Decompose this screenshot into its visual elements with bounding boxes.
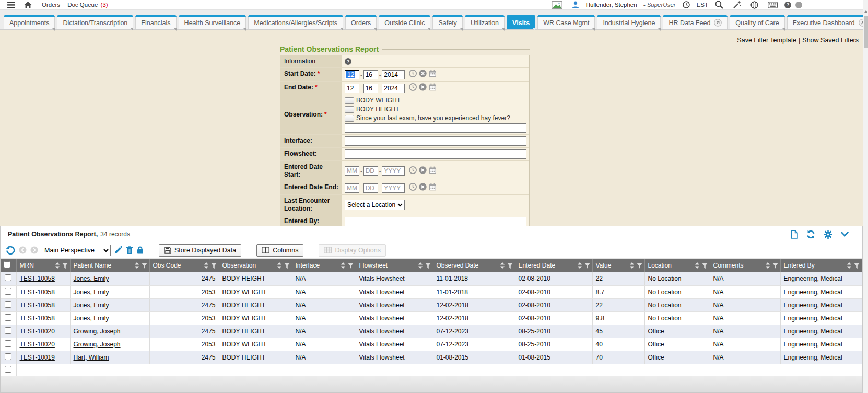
delete-perspective-trash-icon[interactable] xyxy=(126,246,133,254)
tab[interactable]: Quality of Care xyxy=(730,15,784,29)
calendar-icon[interactable] xyxy=(429,83,437,93)
clear-date-icon[interactable] xyxy=(419,70,427,79)
tab[interactable]: Health Surveillance xyxy=(179,15,247,29)
patient-name-link[interactable]: Jones, Emily xyxy=(74,302,109,309)
entered-date-end-year-input[interactable] xyxy=(382,183,405,193)
calendar-icon[interactable] xyxy=(429,183,437,193)
entered-date-end-month-input[interactable] xyxy=(345,183,359,193)
col-header-entered-by[interactable]: Entered By xyxy=(780,259,862,272)
clear-date-icon[interactable] xyxy=(419,183,427,193)
col-header-obs-code[interactable]: Obs Code xyxy=(149,259,219,272)
calendar-icon[interactable] xyxy=(429,70,437,79)
col-header-value[interactable]: Value xyxy=(592,259,644,272)
calendar-icon[interactable] xyxy=(429,166,437,176)
time-picker-icon[interactable] xyxy=(409,70,417,79)
scrollbar-thumb[interactable] xyxy=(864,16,868,48)
clock-icon[interactable] xyxy=(683,1,690,8)
tab[interactable]: Appointments xyxy=(4,15,55,29)
remove-observation-button[interactable]: − xyxy=(345,97,354,104)
tab[interactable]: Safety xyxy=(432,15,462,29)
store-displayed-data-button[interactable]: Store Displayed Data xyxy=(159,244,241,257)
remove-observation-button[interactable]: − xyxy=(345,106,354,113)
gear-icon[interactable] xyxy=(824,230,832,239)
save-filter-template-link[interactable]: Save Filter Template xyxy=(737,37,796,44)
observation-search-input[interactable] xyxy=(345,123,526,133)
menu-item-doc-queue[interactable]: Doc Queue (3) xyxy=(67,2,108,8)
flowsheet-input[interactable] xyxy=(345,149,526,159)
mrn-link[interactable]: TEST-10058 xyxy=(20,275,55,282)
tab[interactable]: Orders xyxy=(345,15,377,29)
clear-date-icon[interactable] xyxy=(419,83,427,93)
col-header-patient-name[interactable]: Patient Name xyxy=(70,259,149,272)
user-name[interactable]: Hullender, Stephen xyxy=(586,2,637,8)
search-icon[interactable] xyxy=(715,1,723,9)
row-checkbox[interactable] xyxy=(5,314,11,321)
vertical-scrollbar[interactable] xyxy=(863,0,868,393)
globe-icon[interactable] xyxy=(750,1,758,9)
home-icon[interactable] xyxy=(24,2,32,8)
collapse-panel-chevron-icon[interactable] xyxy=(841,232,849,237)
row-checkbox[interactable] xyxy=(5,274,11,281)
time-picker-icon[interactable] xyxy=(409,166,417,176)
entered-date-start-year-input[interactable] xyxy=(382,166,405,176)
information-help-icon[interactable]: ? xyxy=(345,58,351,65)
col-header-mrn[interactable]: MRN xyxy=(16,259,70,272)
col-header-location[interactable]: Location xyxy=(644,259,710,272)
select-all-checkbox[interactable] xyxy=(4,261,10,268)
user-icon[interactable] xyxy=(572,1,579,8)
help-icon[interactable]: ? xyxy=(784,2,791,8)
entered-by-input[interactable] xyxy=(345,217,526,226)
col-header-observation[interactable]: Observation xyxy=(219,259,292,272)
patient-name-link[interactable]: Hart, William xyxy=(74,354,109,361)
image-thumbnail-icon[interactable] xyxy=(552,1,562,9)
tab[interactable]: HR Data Feed xyxy=(663,15,728,29)
tab[interactable]: Executive Dashboard xyxy=(787,15,868,29)
mrn-link[interactable]: TEST-10020 xyxy=(20,328,55,335)
last-encounter-location-select[interactable]: Select a Location xyxy=(345,200,405,210)
menu-item-orders[interactable]: Orders xyxy=(42,2,60,8)
refresh-icon[interactable] xyxy=(806,230,815,239)
edit-perspective-pencil-icon[interactable] xyxy=(114,246,122,254)
remove-observation-button[interactable]: − xyxy=(345,115,354,122)
mrn-link[interactable]: TEST-10058 xyxy=(20,315,55,322)
magic-wand-icon[interactable] xyxy=(733,1,741,9)
patient-name-link[interactable]: Jones, Emily xyxy=(74,288,109,296)
entered-date-end-day-input[interactable] xyxy=(363,183,378,193)
row-checkbox[interactable] xyxy=(5,340,11,347)
keyboard-icon[interactable] xyxy=(768,2,778,8)
tab[interactable]: Industrial Hygiene xyxy=(597,15,661,29)
mrn-link[interactable]: TEST-10058 xyxy=(20,288,55,296)
tab[interactable]: Medications/Allergies/Scripts xyxy=(248,15,343,29)
mrn-link[interactable]: TEST-10019 xyxy=(20,354,55,361)
lock-perspective-icon[interactable] xyxy=(137,246,144,254)
columns-button[interactable]: Columns xyxy=(256,244,303,257)
interface-input[interactable] xyxy=(345,136,526,146)
patient-name-link[interactable]: Jones, Emily xyxy=(74,275,109,282)
end-date-month-input[interactable] xyxy=(345,84,359,93)
col-header-interface[interactable]: Interface xyxy=(292,259,356,272)
col-header-observed-date[interactable]: Observed Date xyxy=(433,259,515,272)
patient-name-link[interactable]: Growing, Joseph xyxy=(74,328,121,335)
col-header-flowsheet[interactable]: Flowsheet xyxy=(356,259,433,272)
mrn-link[interactable]: TEST-10020 xyxy=(20,341,55,348)
entered-date-start-day-input[interactable] xyxy=(363,166,378,176)
patient-name-link[interactable]: Growing, Joseph xyxy=(74,341,121,348)
row-checkbox[interactable] xyxy=(5,353,11,360)
end-date-year-input[interactable] xyxy=(382,84,405,93)
hamburger-menu-icon[interactable] xyxy=(7,2,16,8)
row-checkbox[interactable] xyxy=(5,288,11,295)
col-header-entered-date[interactable]: Entered Date xyxy=(515,259,592,272)
perspective-select[interactable]: Main Perspective xyxy=(42,245,111,256)
end-date-day-input[interactable] xyxy=(363,84,378,93)
tab[interactable]: WR Case Mgmt xyxy=(537,15,595,29)
new-document-icon[interactable] xyxy=(791,230,798,239)
entered-date-start-month-input[interactable] xyxy=(345,166,359,176)
mrn-link[interactable]: TEST-10058 xyxy=(20,302,55,309)
time-picker-icon[interactable] xyxy=(409,183,417,193)
patient-name-link[interactable]: Jones, Emily xyxy=(74,315,109,322)
clear-date-icon[interactable] xyxy=(419,166,427,176)
start-date-day-input[interactable] xyxy=(363,70,378,79)
tab[interactable]: Outside Clinic xyxy=(379,15,430,29)
reset-perspective-icon[interactable] xyxy=(6,246,15,255)
row-checkbox[interactable] xyxy=(5,366,11,373)
